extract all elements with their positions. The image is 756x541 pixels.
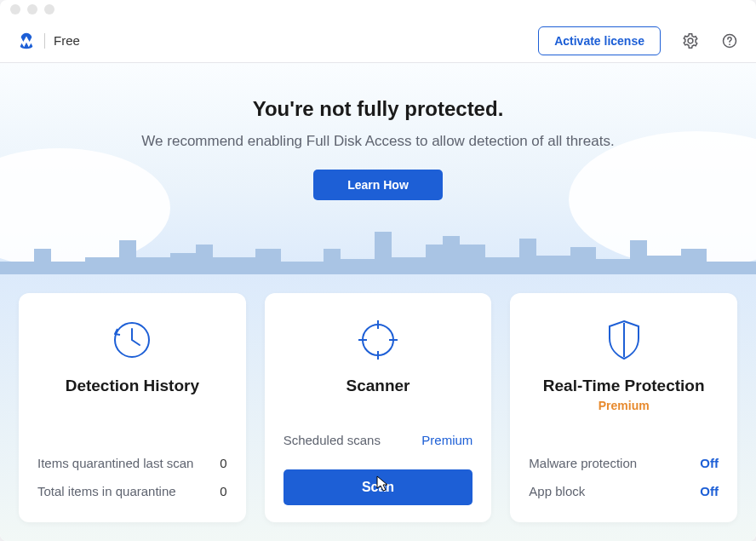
card-title: Detection History — [37, 377, 227, 395]
scanner-card: Scanner Scheduled scans Premium Scan — [265, 293, 492, 522]
hero-title: You're not fully protected. — [0, 97, 756, 121]
stat-label: App block — [529, 484, 585, 498]
stat-label: Scheduled scans — [284, 433, 381, 447]
activate-license-button[interactable]: Activate license — [538, 26, 661, 55]
card-body: Scheduled scans Premium Scan — [284, 406, 473, 505]
stat-value: 0 — [220, 484, 226, 498]
scan-button[interactable]: Scan — [284, 469, 473, 505]
card-body: Malware protection Off App block Off — [529, 429, 719, 505]
real-time-protection-card: Real-Time Protection Premium Malware pro… — [510, 293, 737, 522]
stat-label: Malware protection — [529, 456, 637, 470]
protection-row: Malware protection Off — [529, 449, 719, 477]
scan-button-label: Scan — [362, 480, 394, 494]
help-icon — [721, 32, 738, 49]
card-subtitle: Premium — [529, 399, 719, 412]
stat-value: 0 — [220, 456, 226, 470]
stat-label: Total items in quarantine — [37, 484, 176, 498]
card-title: Real-Time Protection — [529, 377, 719, 395]
shield-icon — [606, 319, 642, 360]
close-window-button[interactable] — [10, 4, 20, 14]
stat-label: Items quarantined last scan — [37, 456, 193, 470]
settings-button[interactable] — [681, 32, 700, 50]
card-body: Items quarantined last scan 0 Total item… — [37, 429, 227, 505]
rtp-icon — [529, 315, 719, 365]
help-button[interactable] — [720, 32, 739, 50]
stat-row: Items quarantined last scan 0 — [37, 449, 227, 477]
titlebar — [0, 0, 756, 19]
toolbar-divider — [44, 33, 45, 49]
malwarebytes-icon — [17, 32, 36, 50]
hero-subtitle: We recommend enabling Full Disk Access t… — [140, 131, 616, 153]
card-title: Scanner — [284, 377, 473, 395]
skyline-decoration — [0, 223, 756, 274]
status-value[interactable]: Off — [700, 456, 719, 470]
gear-icon — [682, 32, 699, 49]
brand-logo: Free — [17, 32, 80, 50]
history-icon — [112, 320, 152, 360]
crosshair-icon — [358, 320, 398, 360]
scheduled-scans-row: Scheduled scans Premium — [284, 426, 473, 454]
protection-row: App block Off — [529, 477, 719, 505]
svg-point-1 — [729, 43, 730, 45]
detection-history-icon — [37, 315, 227, 365]
premium-link[interactable]: Premium — [421, 433, 472, 447]
svg-point-3 — [363, 325, 393, 355]
learn-how-button[interactable]: Learn How — [313, 170, 443, 200]
app-window: Free Activate license You're not fully p… — [0, 0, 756, 541]
toolbar: Free Activate license — [0, 19, 756, 63]
cards-row: Detection History Items quarantined last… — [0, 274, 756, 541]
zoom-window-button[interactable] — [44, 4, 54, 14]
hero-banner: You're not fully protected. We recommend… — [0, 63, 756, 274]
status-value[interactable]: Off — [700, 484, 719, 498]
detection-history-card: Detection History Items quarantined last… — [19, 293, 246, 522]
plan-label: Free — [54, 33, 80, 48]
scanner-icon — [284, 315, 473, 365]
stat-row: Total items in quarantine 0 — [37, 477, 227, 505]
minimize-window-button[interactable] — [27, 4, 37, 14]
